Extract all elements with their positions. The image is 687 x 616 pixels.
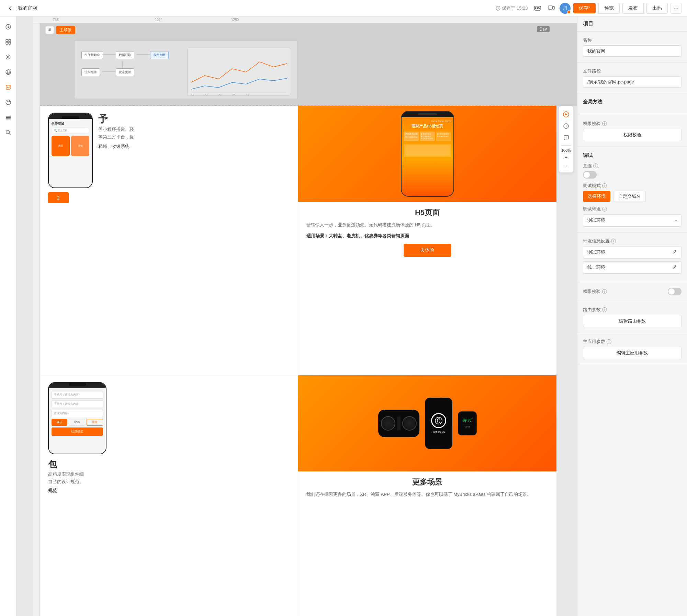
phone-text-1: 龙兄弟大疾病 — [405, 133, 418, 136]
debug-mode-buttons: 选择环境 自定义域名 — [583, 191, 682, 202]
main-app-info-icon[interactable]: i — [607, 339, 611, 344]
h5-scenarios: 适用场景：大转盘、老虎机、优惠券等各类营销页面 — [306, 232, 548, 240]
path-label: 文件路径 — [583, 68, 682, 74]
env-test-edit-icon[interactable] — [672, 250, 677, 255]
more-button[interactable]: ⋯ — [671, 3, 682, 14]
main-layout: AI — [0, 16, 687, 616]
svg-point-23 — [6, 100, 11, 105]
devices-icon[interactable] — [546, 3, 557, 14]
section-global-methods: 全局方法 — [577, 93, 687, 115]
float-btn-chat[interactable] — [561, 132, 572, 143]
sidebar-icon-gear[interactable] — [2, 51, 14, 63]
page-title: 我的官网 — [18, 5, 37, 11]
svg-text:AI: AI — [7, 86, 10, 89]
mini-scenarios: 私域、收银系统 — [98, 144, 290, 150]
publish-button[interactable]: 发布 — [622, 3, 644, 14]
svg-text:A1: A1 — [191, 93, 194, 96]
env-test-item: 测试环境 — [583, 246, 682, 259]
form-btn-cancel[interactable]: 取消 — [69, 419, 85, 426]
code-button[interactable]: 出码 — [646, 3, 668, 14]
main-app-btn[interactable]: 编辑主应用参数 — [583, 347, 682, 359]
path-input[interactable] — [583, 76, 682, 88]
form-btn-outline[interactable]: 重置 — [87, 419, 103, 426]
section-debug: 调试 直连 i 调试模式 i 选择环境 自定义域名 — [577, 147, 687, 232]
h5-cta-btn[interactable]: 去体验 — [404, 244, 451, 257]
debug-mode-info-icon[interactable]: i — [602, 183, 607, 188]
mini-btn-partial[interactable]: 2 — [48, 192, 69, 203]
form-btn-ok[interactable]: 确认 — [52, 419, 67, 426]
svg-rect-2 — [535, 7, 536, 8]
section-env-info: 环境信息设置 i 测试环境 线上环境 — [577, 232, 687, 282]
svg-rect-27 — [6, 116, 11, 117]
panel-header: 项目 — [577, 16, 687, 32]
permission-button[interactable]: 权限校验 — [583, 129, 682, 141]
svg-text:A2: A2 — [205, 93, 208, 96]
preview-button[interactable]: 预览 — [598, 3, 620, 14]
debug-env-info-icon[interactable]: i — [602, 207, 607, 212]
section-permission: 权限校验 i 权限校验 — [577, 115, 687, 147]
permission2-toggle[interactable] — [668, 288, 682, 295]
sidebar-icon-link[interactable] — [2, 21, 14, 33]
svg-point-26 — [9, 101, 9, 102]
save-time: 保存于 15:23 — [496, 5, 528, 11]
sidebar-icon-layers[interactable] — [2, 111, 14, 124]
harmony-logo — [435, 417, 443, 425]
form-submit[interactable]: 社群提交 — [52, 427, 103, 436]
permission2-row: 权限校验 i — [583, 288, 682, 295]
back-button[interactable] — [5, 3, 15, 13]
component-desc-partial: 高精度实现组件细 自己的设计规范。 — [48, 470, 290, 486]
more-title: 更多场景 — [306, 477, 548, 487]
bp-chart: A1 A2 A3 A4 A5 — [187, 48, 290, 96]
sidebar-icon-search[interactable] — [2, 126, 14, 139]
ruler-mark-1280: 1280 — [231, 18, 239, 22]
component-title-partial: 包 — [48, 458, 290, 470]
route-info-icon[interactable]: i — [602, 307, 607, 312]
card-mini-program: 烘焙商城 🔍 芝士蛋糕 商品 活动 — [40, 106, 298, 375]
env-info-icon[interactable]: i — [611, 239, 616, 243]
env-online-edit-icon[interactable] — [672, 265, 677, 271]
debug-btn-select-env[interactable]: 选择环境 — [583, 191, 610, 202]
svg-rect-8 — [548, 6, 552, 9]
h5-screen-content: Come From: XiaYu 理财产品H5活动页 龙兄弟大疾病 相互保险计划… — [402, 117, 453, 196]
mini-screen: 烘焙商城 🔍 芝士蛋糕 商品 活动 — [49, 119, 92, 187]
name-input[interactable] — [583, 45, 682, 57]
svg-point-13 — [8, 27, 9, 28]
sidebar-icon-globe[interactable] — [2, 66, 14, 78]
env-online-item: 线上环境 — [583, 261, 682, 274]
keyboard-icon[interactable] — [532, 3, 543, 14]
form-field-phone: 手机号：请输入内容 — [52, 391, 103, 399]
float-btn-play[interactable] — [561, 109, 572, 120]
canvas-separator — [40, 105, 556, 106]
h5-illustration: Come From: XiaYu 理财产品H5活动页 龙兄弟大疾病 相互保险计划… — [298, 106, 556, 202]
toolbar-center: 保存于 15:23 — [496, 5, 528, 11]
toolbar-right: 用 保存* 预览 发布 出码 ⋯ — [532, 3, 682, 14]
float-btn-add[interactable] — [561, 121, 572, 132]
svg-text:A4: A4 — [232, 93, 235, 96]
h5-text-content: H5页面 营销快人一步，业务遥遥领先。无代码搭建流畅体验的 H5 页面。 适用场… — [298, 202, 556, 262]
save-button[interactable]: 保存* — [573, 3, 596, 13]
svg-rect-15 — [9, 39, 11, 42]
sidebar-icon-ai[interactable]: AI — [2, 81, 14, 93]
permission2-label: 权限校验 i — [583, 288, 607, 295]
svg-text:A5: A5 — [246, 93, 249, 96]
sidebar-icon-component[interactable] — [2, 36, 14, 48]
sidebar-icon-palette[interactable] — [2, 96, 14, 109]
route-btn[interactable]: 编辑路由参数 — [583, 315, 682, 327]
avatar[interactable]: 用 — [560, 3, 571, 14]
section-route: 路由参数 i 编辑路由参数 — [577, 301, 687, 333]
zoom-plus[interactable]: + — [562, 154, 570, 161]
debug-env-row: 调试环境 i 测试环境 ▾ — [583, 206, 682, 227]
debug-btn-custom-domain[interactable]: 自定义域名 — [613, 191, 646, 202]
more-text-content: 更多场景 我们还在探索更多的场景，XR、鸿蒙 APP、后端服务等等。你也可以基于… — [298, 471, 556, 504]
svg-rect-7 — [539, 8, 540, 9]
zoom-label: 100% — [561, 148, 572, 153]
permission-info-icon[interactable]: i — [602, 121, 607, 126]
permission2-info-icon[interactable]: i — [602, 289, 607, 294]
card-component: 手机号：请输入内容 手机号：请输入内容 请输入内容 确认 取消 — [40, 375, 298, 616]
form-phone-mockup: 手机号：请输入内容 手机号：请输入内容 请输入内容 确认 取消 — [48, 382, 106, 454]
direct-info-icon[interactable]: i — [593, 163, 598, 168]
zoom-minus[interactable]: - — [562, 162, 570, 170]
form-field-input: 请输入内容 — [52, 410, 103, 417]
direct-toggle[interactable] — [583, 171, 597, 179]
debug-env-select[interactable]: 测试环境 ▾ — [583, 214, 682, 227]
